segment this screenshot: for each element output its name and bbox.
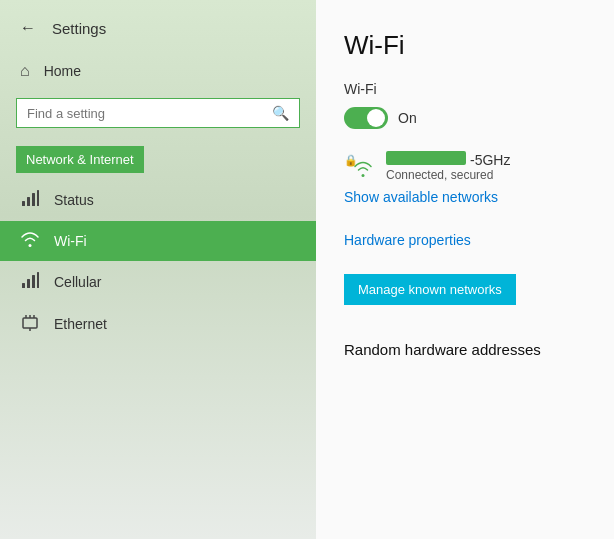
wifi-toggle-state: On [398, 110, 417, 126]
ethernet-icon [20, 313, 40, 335]
toggle-thumb [367, 109, 385, 127]
sidebar-item-label-wifi: Wi-Fi [54, 233, 87, 249]
network-status: Connected, secured [386, 168, 510, 182]
sidebar-item-label-cellular: Cellular [54, 274, 101, 290]
wifi-toggle[interactable] [344, 107, 388, 129]
random-hardware-heading: Random hardware addresses [344, 341, 586, 358]
search-box: 🔍 [16, 98, 300, 128]
category-badge: Network & Internet [16, 146, 144, 173]
manage-known-networks-button[interactable]: Manage known networks [344, 274, 516, 305]
svg-rect-3 [37, 190, 39, 206]
cellular-icon [20, 271, 40, 293]
svg-rect-0 [22, 201, 25, 206]
main-content: Wi-Fi Wi-Fi On 🔒 -5GHz Connected, secure… [316, 0, 614, 539]
svg-rect-4 [22, 283, 25, 288]
hardware-properties-link[interactable]: Hardware properties [344, 232, 471, 248]
settings-title: Settings [52, 20, 106, 37]
show-networks-link[interactable]: Show available networks [344, 189, 498, 205]
home-nav-item[interactable]: ⌂ Home [0, 52, 316, 90]
svg-rect-2 [32, 193, 35, 206]
svg-rect-5 [27, 279, 30, 288]
home-label: Home [44, 63, 81, 79]
status-icon [20, 189, 40, 211]
back-button[interactable]: ← [16, 16, 40, 40]
wifi-icon-block: 🔒 [344, 152, 374, 182]
svg-rect-7 [37, 272, 39, 288]
sidebar: ← Settings ⌂ Home 🔍 Network & Internet S… [0, 0, 316, 539]
sidebar-item-status[interactable]: Status [0, 179, 316, 221]
wifi-signal-icon [352, 159, 374, 182]
sidebar-item-label-status: Status [54, 192, 94, 208]
wifi-toggle-label: Wi-Fi [344, 81, 586, 97]
search-input[interactable] [27, 106, 264, 121]
svg-rect-6 [32, 275, 35, 288]
sidebar-item-wifi[interactable]: Wi-Fi [0, 221, 316, 261]
sidebar-header: ← Settings [0, 0, 316, 52]
home-icon: ⌂ [20, 62, 30, 80]
wifi-toggle-row: On [344, 107, 586, 129]
wifi-icon [20, 231, 40, 251]
page-title: Wi-Fi [344, 30, 586, 61]
sidebar-item-label-ethernet: Ethernet [54, 316, 107, 332]
network-name-bar [386, 151, 466, 165]
sidebar-item-ethernet[interactable]: Ethernet [0, 303, 316, 345]
sidebar-item-cellular[interactable]: Cellular [0, 261, 316, 303]
search-icon: 🔍 [272, 105, 289, 121]
svg-rect-8 [23, 318, 37, 328]
svg-rect-1 [27, 197, 30, 206]
wifi-network-row: 🔒 -5GHz Connected, secured [344, 151, 586, 182]
network-info: -5GHz Connected, secured [386, 151, 510, 182]
network-name-suffix: -5GHz [470, 152, 510, 168]
